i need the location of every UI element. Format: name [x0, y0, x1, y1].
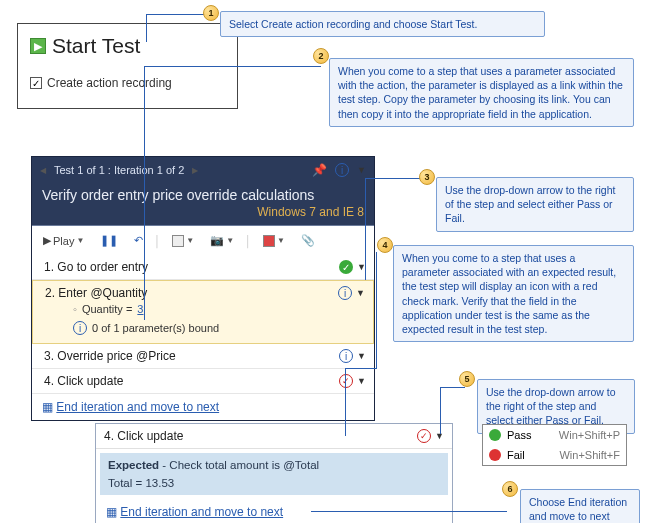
- reset-button[interactable]: ↶: [129, 231, 148, 250]
- pass-fail-menu: Pass Win+Shift+P Fail Win+Shift+F: [482, 424, 627, 466]
- active-icon: i: [338, 286, 352, 300]
- runner-header: ◀ Test 1 of 1 : Iteration 1 of 2 ▶ 📌 i ▼: [32, 157, 374, 183]
- callout-4: When you come to a step that uses a para…: [393, 245, 634, 342]
- nav-prev-icon[interactable]: ◀: [40, 166, 46, 175]
- step-2-bound: i 0 of 1 parameter(s) bound: [45, 318, 365, 338]
- runner-breadcrumb: Test 1 of 1 : Iteration 1 of 2: [54, 164, 184, 176]
- fail-icon: [489, 449, 501, 461]
- callout-2: When you come to a step that uses a para…: [329, 58, 634, 127]
- step-detail-panel: 4. Click update ▼ Expected - Check total…: [95, 423, 453, 523]
- step-2-param: ◦ Quantity = 3: [45, 300, 365, 318]
- step-list: 1. Go to order entry ✓▼ 2. Enter @Quanti…: [32, 255, 374, 420]
- tool-1-button[interactable]: ▼: [167, 232, 199, 250]
- step-2[interactable]: 2. Enter @Quantity i▼ ◦ Quantity = 3 i 0…: [32, 280, 374, 344]
- toolbar: ▶ Play ▼ ❚❚ ↶ │ ▼ 📷▼ │ ▼ 📎: [32, 225, 374, 255]
- end-iteration-link[interactable]: ▦ End iteration and move to next: [32, 394, 374, 420]
- pass-option[interactable]: Pass Win+Shift+P: [483, 425, 626, 445]
- total-line: Total = 13.53: [108, 477, 440, 489]
- test-title: Verify order entry price override calcul…: [32, 183, 374, 205]
- camera-button[interactable]: 📷▼: [205, 231, 239, 250]
- next-icon: ▦: [106, 505, 117, 519]
- callout-number-1: 1: [203, 5, 219, 21]
- callout-number-2: 2: [313, 48, 329, 64]
- test-runner-window: ◀ Test 1 of 1 : Iteration 1 of 2 ▶ 📌 i ▼…: [31, 156, 375, 421]
- bug-button[interactable]: ▼: [258, 232, 290, 250]
- create-action-recording-checkbox[interactable]: ✓ Create action recording: [30, 76, 225, 90]
- next-icon: ▦: [42, 400, 53, 414]
- pin-icon[interactable]: 📌: [312, 163, 327, 177]
- callout-number-4: 4: [377, 237, 393, 253]
- play-icon: ▶: [30, 38, 46, 54]
- play-label: Play: [53, 235, 74, 247]
- callout-number-5: 5: [459, 371, 475, 387]
- checkbox-label: Create action recording: [47, 76, 172, 90]
- play-button[interactable]: ▶ Play ▼: [38, 231, 89, 250]
- param-quantity-link[interactable]: 3: [137, 303, 143, 315]
- callout-6: Choose End iteration and move to next: [520, 489, 640, 523]
- info-icon-small: i: [73, 321, 87, 335]
- fail-option[interactable]: Fail Win+Shift+F: [483, 445, 626, 465]
- callout-1: Select Create action recording and choos…: [220, 11, 545, 37]
- red-check-icon: [417, 429, 431, 443]
- pass-icon: [489, 429, 501, 441]
- step-1[interactable]: 1. Go to order entry ✓▼: [32, 255, 374, 280]
- step-dropdown-icon[interactable]: ▼: [357, 376, 366, 386]
- step-dropdown-icon[interactable]: ▼: [356, 288, 365, 298]
- test-subtitle: Windows 7 and IE 8: [32, 205, 374, 225]
- pass-icon: ✓: [339, 260, 353, 274]
- callout-number-3: 3: [419, 169, 435, 185]
- pause-button[interactable]: ❚❚: [95, 231, 123, 250]
- start-test-title[interactable]: ▶ Start Test: [30, 34, 225, 58]
- step-3[interactable]: 3. Override price @Price i▼: [32, 344, 374, 369]
- attach-button[interactable]: 📎: [296, 231, 320, 250]
- nav-next-icon[interactable]: ▶: [192, 166, 198, 175]
- expected-block: Expected - Check total amount is @Total …: [100, 453, 448, 495]
- callout-number-6: 6: [502, 481, 518, 497]
- info-dropdown-icon[interactable]: ▼: [357, 165, 366, 175]
- info-icon[interactable]: i: [335, 163, 349, 177]
- callout-3: Use the drop-down arrow to the right of …: [436, 177, 634, 232]
- start-test-label: Start Test: [52, 34, 140, 58]
- red-check-icon: [339, 374, 353, 388]
- detail-step-header[interactable]: 4. Click update ▼: [96, 424, 452, 449]
- checkbox-icon: ✓: [30, 77, 42, 89]
- step-4[interactable]: 4. Click update ▼: [32, 369, 374, 394]
- step-dropdown-icon[interactable]: ▼: [357, 351, 366, 361]
- active-icon: i: [339, 349, 353, 363]
